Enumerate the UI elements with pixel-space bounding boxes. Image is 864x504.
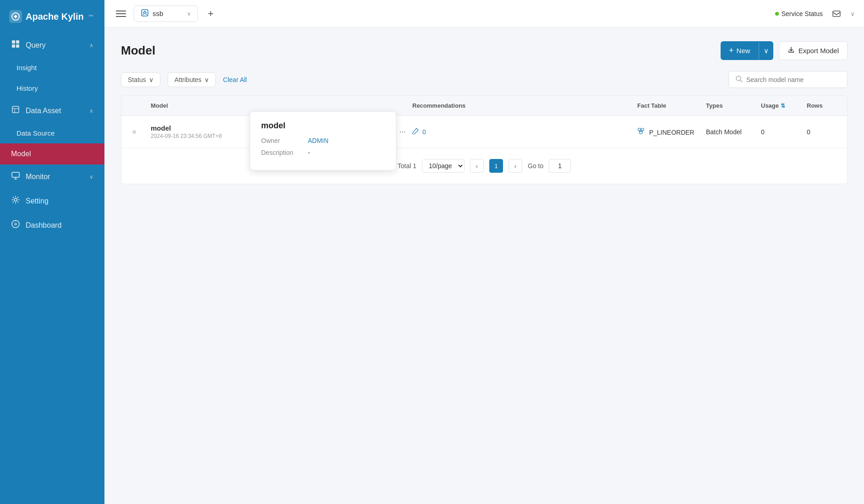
rows-value: 0	[807, 128, 810, 136]
row-recommendations-cell: 0	[409, 121, 634, 142]
pagination-prev-button[interactable]: ‹	[470, 159, 484, 173]
more-actions-icon[interactable]: ···	[399, 128, 405, 136]
project-selector[interactable]: ssb ∨	[134, 5, 198, 22]
sidebar-item-monitor[interactable]: Monitor ∨	[0, 164, 104, 189]
sidebar-item-insight-label: Insight	[16, 64, 37, 71]
tooltip-description-label: Description	[261, 149, 302, 156]
app-logo: Apache Kylin ™	[0, 0, 104, 33]
query-chevron-icon: ∧	[89, 42, 93, 49]
content-area: Model + New ∨	[104, 27, 864, 504]
model-tooltip: model Owner ADMIN Description -	[250, 111, 396, 170]
service-status-dot	[775, 12, 779, 16]
sidebar-item-model[interactable]: Model	[0, 143, 104, 164]
page-title: Model	[121, 44, 155, 58]
sidebar-item-setting[interactable]: Setting	[0, 189, 104, 213]
recommendations-count: 0	[412, 128, 426, 136]
search-box[interactable]	[728, 71, 848, 88]
edit-recommendations-icon[interactable]	[412, 128, 419, 136]
svg-rect-32	[641, 128, 644, 131]
sidebar-item-history[interactable]: History	[0, 78, 104, 99]
notifications-button[interactable]	[828, 5, 845, 22]
topbar-chevron-icon[interactable]: ∨	[850, 10, 855, 17]
main-content: ssb ∨ + Service Status ∨ Model +	[104, 0, 864, 504]
attributes-filter-button[interactable]: Attributes ∨	[168, 72, 216, 87]
fact-table-icon	[637, 129, 646, 136]
clear-all-button[interactable]: Clear All	[223, 76, 247, 83]
sidebar-item-model-label: Model	[11, 150, 31, 158]
export-model-button[interactable]: Export Model	[779, 41, 848, 60]
svg-rect-20	[833, 11, 840, 16]
sidebar-item-data-asset-label: Data Asset	[26, 107, 61, 115]
sidebar-item-data-source[interactable]: Data Source	[0, 123, 104, 143]
svg-rect-1	[12, 40, 15, 44]
pagination: Total 1 10/page 20/page 50/page ‹ 1 › Go…	[121, 148, 847, 184]
row-fact-table-cell: P_LINEORDER	[634, 121, 702, 142]
tooltip-owner-row: Owner ADMIN	[261, 137, 385, 144]
new-button-dropdown[interactable]: ∨	[759, 42, 773, 60]
search-icon	[735, 75, 743, 84]
data-asset-icon	[11, 105, 20, 116]
pagination-page-1[interactable]: 1	[489, 159, 503, 173]
tooltip-description-row: Description -	[261, 149, 385, 156]
monitor-chevron-icon: ∨	[89, 174, 93, 180]
tooltip-owner-label: Owner	[261, 137, 302, 144]
sidebar-item-query-label: Query	[26, 41, 46, 49]
svg-rect-5	[12, 106, 19, 113]
topbar: ssb ∨ + Service Status ∨	[104, 0, 864, 27]
service-status-label: Service Status	[782, 10, 823, 17]
row-status-indicator	[132, 130, 136, 134]
project-name: ssb	[153, 10, 163, 17]
model-name[interactable]: model	[151, 124, 171, 132]
pagination-goto-input[interactable]	[549, 159, 571, 173]
new-plus-icon: +	[729, 46, 734, 55]
attributes-filter-chevron-icon: ∨	[204, 76, 209, 83]
new-model-button[interactable]: + New ∨	[721, 41, 773, 60]
usage-sort-icon[interactable]: ⇅	[781, 103, 785, 109]
sidebar-item-data-asset[interactable]: Data Asset ∧	[0, 99, 104, 123]
sidebar-item-data-source-label: Data Source	[16, 129, 55, 137]
svg-point-14	[15, 223, 16, 225]
svg-point-13	[12, 220, 19, 228]
row-usage-cell: 0	[757, 122, 803, 142]
tooltip-title: model	[261, 121, 385, 131]
row-status-cell	[129, 124, 147, 140]
sidebar-item-query[interactable]: Query ∧	[0, 33, 104, 57]
search-input[interactable]	[746, 76, 841, 83]
tooltip-owner-value: ADMIN	[308, 137, 328, 144]
model-type-value: Batch Model	[706, 128, 742, 136]
new-button-label: New	[737, 47, 750, 55]
attributes-filter-label: Attributes	[175, 76, 202, 83]
row-rows-cell: 0	[803, 122, 840, 142]
logo-icon	[9, 10, 22, 23]
column-types: Types	[702, 96, 757, 115]
export-button-label: Export Model	[798, 47, 839, 55]
query-icon	[11, 39, 20, 51]
pagination-goto-label: Go to	[528, 162, 543, 170]
sidebar-item-history-label: History	[16, 84, 38, 92]
new-arrow-icon: ∨	[764, 47, 769, 55]
pagination-next-button[interactable]: ›	[509, 159, 522, 173]
svg-point-12	[14, 198, 17, 201]
pagination-page-size[interactable]: 10/page 20/page 50/page	[422, 159, 465, 173]
add-project-button[interactable]: +	[203, 6, 218, 21]
sidebar-item-dashboard[interactable]: Dashboard	[0, 213, 104, 237]
service-status: Service Status	[775, 10, 823, 17]
new-button-main[interactable]: + New	[721, 41, 759, 60]
filters-row: Status ∨ Attributes ∨ Clear All	[121, 71, 848, 88]
status-filter-button[interactable]: Status ∨	[121, 72, 160, 87]
status-filter-label: Status	[128, 76, 146, 83]
collapse-sidebar-button[interactable]	[114, 6, 128, 21]
sidebar: Apache Kylin ™ Query ∧ Insight History	[0, 0, 104, 504]
app-name: Apache Kylin	[26, 11, 84, 22]
column-recommendations: Recommendations	[409, 96, 634, 115]
export-icon	[787, 46, 795, 55]
svg-rect-8	[12, 172, 19, 177]
sidebar-item-insight[interactable]: Insight	[0, 57, 104, 78]
column-fact-table: Fact Table	[634, 96, 702, 115]
dashboard-icon	[11, 219, 20, 231]
data-asset-chevron-icon: ∧	[89, 108, 93, 114]
setting-icon	[11, 195, 20, 207]
svg-rect-3	[12, 44, 15, 48]
pagination-total: Total 1	[398, 162, 416, 170]
model-table: Model Recommendations Fact Table Types U…	[121, 95, 848, 184]
